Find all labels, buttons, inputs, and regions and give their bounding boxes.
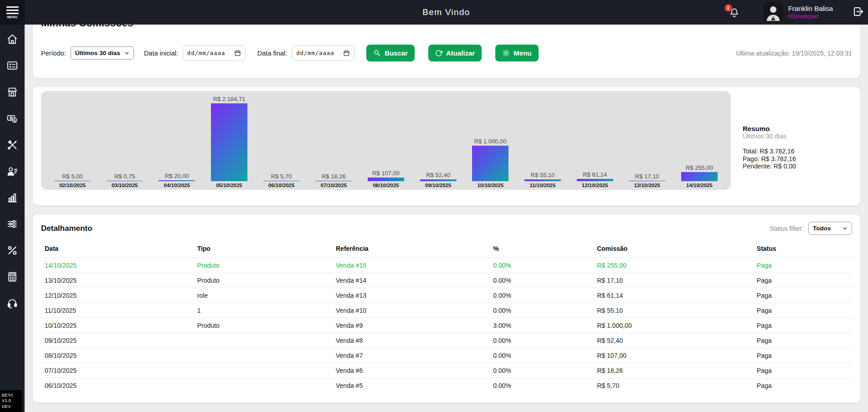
cell-referencia: Venda #14 (332, 273, 489, 288)
calendar-icon (234, 50, 241, 56)
bar-value-label: R$ 17,10 (635, 173, 659, 180)
bar-value-label: R$ 0,75 (114, 173, 135, 180)
bar-date-label: 08/10/2025 (373, 183, 399, 188)
end-date-label: Data final: (257, 50, 287, 57)
table-row[interactable]: 08/10/2025Venda #70.00%R$ 107,00Paga (41, 348, 852, 363)
cell-pct: 0.00% (489, 258, 593, 273)
sidebar-icons: $ (0, 25, 25, 309)
cell-comissao: R$ 5,70 (593, 378, 753, 393)
end-date-input[interactable]: dd/mm/aaaa (292, 46, 354, 61)
user-menu[interactable]: Franklin Balisa #Developer (788, 5, 833, 20)
cell-tipo (194, 348, 332, 363)
chart-bar[interactable] (368, 178, 404, 181)
table-row[interactable]: 10/10/2025ProdutoVenda #93.00%R$ 1.000,0… (41, 318, 852, 333)
chart-bar[interactable] (420, 179, 457, 181)
chart-bar[interactable] (681, 172, 718, 181)
sidebar-item-money[interactable]: $ (6, 112, 18, 124)
cell-pct: 0.00% (489, 288, 593, 303)
period-label: Período: (41, 50, 66, 57)
cell-data: 10/10/2025 (41, 318, 194, 333)
cell-status: Paga (753, 273, 852, 288)
chart-bar-group: R$ 55,1011/10/2025 (518, 93, 568, 188)
sidebar-item-store[interactable] (6, 86, 18, 98)
chart-bar-group: R$ 255,0014/10/2025 (674, 93, 724, 188)
cell-status: Paga (753, 258, 852, 273)
table-row[interactable]: 14/10/2025ProdutoVenda #150.00%R$ 255,00… (41, 258, 852, 273)
cell-referencia: Venda #7 (332, 348, 489, 363)
bar-value-label: R$ 2.184,71 (213, 96, 246, 102)
logout-button[interactable] (852, 5, 864, 20)
tools-icon (6, 139, 18, 151)
sidebar-item-invoice-list[interactable] (6, 60, 18, 71)
sidebar-item-support-headset[interactable] (6, 297, 18, 309)
logout-icon (852, 5, 864, 20)
chart-bar[interactable] (54, 181, 91, 182)
table-row[interactable]: 11/10/20251Venda #100.00%R$ 55,10Paga (41, 303, 852, 318)
cell-comissao: R$ 18,26 (593, 363, 753, 378)
bar-value-label: R$ 5,00 (62, 173, 83, 180)
chart-bar[interactable] (524, 179, 561, 181)
invoice-list-icon (6, 60, 18, 71)
chart-bar-group: R$ 17,1013/10/2025 (622, 93, 672, 188)
chart-bar[interactable] (577, 179, 613, 181)
refresh-button[interactable]: Atualizar (428, 45, 482, 61)
cell-status: Paga (753, 288, 852, 303)
table-header-bar: Detalhamento Status filter: Todos (41, 222, 852, 235)
chart-bar[interactable] (159, 180, 195, 181)
bar-date-label: 13/10/2025 (634, 183, 660, 188)
cell-status: Paga (753, 348, 852, 363)
chart-bar[interactable] (472, 146, 508, 181)
cell-pct: 0.00% (489, 333, 593, 348)
status-filter-select[interactable]: Todos (808, 222, 852, 235)
user-name: Franklin Balisa (788, 5, 833, 13)
sidebar-item-percent[interactable] (6, 244, 18, 256)
search-button[interactable]: Buscar (366, 45, 415, 61)
bar-date-label: 12/10/2025 (582, 183, 608, 188)
menu-button[interactable]: Menu (495, 45, 538, 61)
chart-bar[interactable] (211, 103, 247, 181)
sidebar-item-tools[interactable] (6, 139, 18, 151)
sidebar-item-calculator[interactable] (6, 271, 18, 283)
chart-bar[interactable] (315, 181, 352, 182)
store-icon (6, 86, 18, 98)
table-row[interactable]: 07/10/2025Venda #60.00%R$ 18,26Paga (41, 363, 852, 378)
sidebar-item-settings-sliders[interactable] (6, 218, 18, 230)
chart-bar[interactable] (263, 181, 300, 182)
cell-tipo (194, 378, 332, 393)
cell-pct: 0.00% (489, 348, 593, 363)
start-date-input[interactable]: dd/mm/aaaa (183, 46, 246, 61)
settings-sliders-icon (6, 218, 18, 230)
bar-value-label: R$ 107,00 (372, 170, 400, 177)
chart-bar-group: R$ 107,0008/10/2025 (361, 93, 411, 188)
cell-pct: 0.00% (489, 303, 593, 318)
chart-bar[interactable] (107, 181, 143, 182)
cell-data: 06/10/2025 (41, 378, 194, 393)
topbar: MENU Bem Vindo 1 Franklin Balisa #De (0, 0, 868, 25)
table-row[interactable]: 12/10/2025roleVenda #130.00%R$ 61,14Paga (41, 288, 852, 303)
chart-bar[interactable] (629, 181, 665, 182)
sidebar-item-home[interactable] (6, 33, 18, 45)
period-select[interactable]: Últimos 30 dias (71, 46, 134, 60)
calendar-icon (343, 50, 350, 56)
bar-date-label: 10/10/2025 (477, 183, 503, 188)
cell-pct: 0.00% (489, 378, 593, 393)
cell-comissao: R$ 1.000,00 (593, 318, 753, 333)
cell-tipo: Produto (194, 318, 332, 333)
table-row[interactable]: 06/10/2025Venda #50.00%R$ 5,70Paga (41, 378, 852, 393)
hamburger-menu-button[interactable]: MENU (0, 0, 25, 25)
cell-referencia: Venda #13 (332, 288, 489, 303)
sidebar-item-reports-chart[interactable] (6, 192, 18, 203)
table-row[interactable]: 13/10/2025ProdutoVenda #140.00%R$ 17,10P… (41, 273, 852, 288)
table-row[interactable]: 09/10/2025Venda #80.00%R$ 52,40Paga (41, 333, 852, 348)
cell-data: 07/10/2025 (41, 363, 194, 378)
notifications-button[interactable]: 1 (729, 7, 740, 18)
money-icon: $ (6, 112, 18, 124)
chart-bar-group: R$ 18,2607/10/2025 (308, 93, 359, 188)
calculator-icon (6, 271, 18, 283)
cell-data: 08/10/2025 (41, 348, 194, 363)
user-avatar[interactable] (763, 2, 783, 22)
cell-status: Paga (753, 363, 852, 378)
notification-badge: 1 (724, 4, 732, 12)
sidebar-item-customers[interactable] (6, 165, 18, 177)
home-icon (6, 33, 18, 45)
